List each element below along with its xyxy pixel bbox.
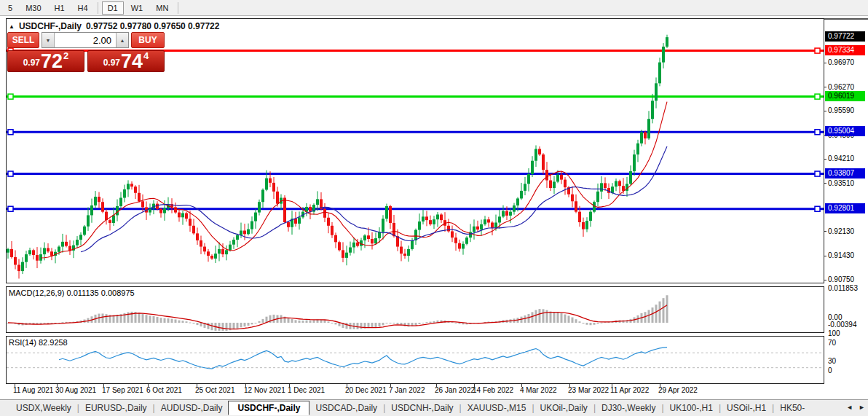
buy-price-big: 74 xyxy=(121,52,143,70)
date-axis-label: 12 Nov 2021 xyxy=(244,386,285,394)
rsi-label: RSI(14) 82.9258 xyxy=(9,338,68,347)
sell-price-prefix: 0.97 xyxy=(23,58,40,68)
price-axis-label: 0.91430 xyxy=(828,251,854,259)
price-axis-label: 0.90750 xyxy=(828,275,854,283)
date-axis-label: 1 Dec 2021 xyxy=(288,386,325,394)
price-axis-box: 0.96019 xyxy=(825,91,865,101)
chart-window: ▲ USDCHF-,Daily 0.97752 0.97780 0.97650 … xyxy=(0,16,868,399)
volume-increase-icon[interactable]: ▲ xyxy=(116,33,128,47)
price-axis-tick xyxy=(824,183,826,184)
volume-input[interactable] xyxy=(55,33,116,47)
date-axis-label: 14 Feb 2022 xyxy=(473,386,513,394)
rsi-plot[interactable] xyxy=(7,337,824,383)
date-axis-label: 7 Jan 2022 xyxy=(389,386,425,394)
date-axis-label: 6 Oct 2021 xyxy=(146,386,182,394)
macd-axis-min: -0.00394 xyxy=(828,321,856,329)
chart-tabbar: ◄ ► USDX,Weekly|EURUSD-,Daily|AUDUSD-,Da… xyxy=(0,399,868,416)
buy-price-pip: 4 xyxy=(143,50,149,61)
rsi-axis-label: 30 xyxy=(828,357,836,365)
volume-stepper: ▼ ▲ xyxy=(42,32,129,48)
chart-tab-usdchfdaily[interactable]: USDCHF-,Daily xyxy=(228,401,309,415)
chart-tab-dj30weekly[interactable]: DJ30-,Weekly xyxy=(596,401,661,415)
sell-price-pip: 2 xyxy=(63,50,68,61)
price-axis-box: 0.97722 xyxy=(825,31,865,42)
price-axis-tick xyxy=(824,63,826,63)
price-axis-tick xyxy=(824,159,826,160)
date-axis-label: 20 Dec 2021 xyxy=(345,386,387,394)
one-click-trade-panel: SELL ▼ ▲ BUY 0.97 72 2 0.97 74 4 xyxy=(7,32,165,72)
timeframe-button-m30[interactable]: M30 xyxy=(20,1,47,15)
date-axis-label: 11 Aug 2021 xyxy=(13,386,53,394)
price-axis-tick xyxy=(824,256,826,256)
price-axis-box: 0.93807 xyxy=(825,168,865,178)
price-axis-box: 0.97334 xyxy=(825,45,865,55)
macd-axis-max: 0.011853 xyxy=(828,284,858,292)
price-axis-label: 0.96270 xyxy=(828,83,854,91)
timeframe-button-5[interactable]: 5 xyxy=(2,1,18,15)
macd-label: MACD(12,26,9) 0.011135 0.008975 xyxy=(9,289,135,297)
trading-app: 5M30H1H4D1W1MN ▲ USDCHF-,Daily 0.97752 0… xyxy=(0,0,868,416)
chart-tab-usdcnhdaily[interactable]: USDCNH-,Daily xyxy=(385,401,459,415)
chart-tab-hk50[interactable]: HK50- xyxy=(774,401,810,415)
date-axis-label: 11 Apr 2022 xyxy=(610,386,649,394)
price-axis-tick xyxy=(824,111,826,111)
buy-price-prefix: 0.97 xyxy=(103,58,120,68)
date-axis-label: 26 Jan 2022 xyxy=(435,386,475,394)
chart-tab-uk100h1[interactable]: UK100-,H1 xyxy=(664,401,719,415)
collapse-panel-icon[interactable]: ▲ xyxy=(9,23,15,30)
tab-scroll-right-icon[interactable]: ► xyxy=(859,404,865,411)
timeframe-button-mn[interactable]: MN xyxy=(150,1,174,15)
price-axis-tick xyxy=(824,87,826,87)
date-axis-label: 23 Mar 2022 xyxy=(568,386,609,394)
rsi-panel[interactable] xyxy=(6,336,824,384)
timeframe-button-d1[interactable]: D1 xyxy=(102,1,124,15)
chart-tab-usdcaddaily[interactable]: USDCAD-,Daily xyxy=(309,401,383,415)
sell-price-big: 72 xyxy=(41,52,63,70)
chart-tab-audusddaily[interactable]: AUDUSD-,Daily xyxy=(155,401,229,415)
chart-tab-ukoildaily[interactable]: UKOil-,Daily xyxy=(534,401,593,415)
timeframe-button-w1[interactable]: W1 xyxy=(125,1,149,15)
symbol-title: USDCHF-,Daily xyxy=(19,21,82,31)
price-axis-label: 0.96970 xyxy=(828,58,854,66)
chart-tab-xauusdm15[interactable]: XAUUSD-,M15 xyxy=(462,401,532,415)
ohlc-values: 0.97752 0.97780 0.97650 0.97722 xyxy=(86,21,220,31)
timeframe-toolbar: 5M30H1H4D1W1MN xyxy=(0,0,868,16)
rsi-axis-label: 0 xyxy=(828,366,832,374)
price-axis-label: 0.94210 xyxy=(828,154,854,162)
rsi-axis-label: 70 xyxy=(828,339,836,347)
toolbar-separator xyxy=(178,2,178,14)
date-axis-label: 29 Apr 2022 xyxy=(658,386,698,394)
tab-scroll-buttons: ◄ ► xyxy=(846,404,865,411)
tab-scroll-left-icon[interactable]: ◄ xyxy=(846,404,853,411)
date-axis-label: 4 Mar 2022 xyxy=(520,386,557,394)
date-axis-label: 25 Oct 2021 xyxy=(195,386,234,394)
toolbar-separator xyxy=(98,2,98,14)
price-axis-tick xyxy=(824,231,826,232)
sell-price-box[interactable]: 0.97 72 2 xyxy=(7,50,84,72)
chart-tab-usdxweekly[interactable]: USDX,Weekly xyxy=(10,401,77,415)
price-axis-box: 0.92801 xyxy=(825,203,865,213)
price-axis-tick xyxy=(824,280,826,280)
price-axis-label: 0.93510 xyxy=(828,179,854,187)
date-axis-label: 30 Aug 2021 xyxy=(55,386,96,394)
price-axis-label: 0.92130 xyxy=(828,227,854,235)
chart-header: ▲ USDCHF-,Daily 0.97752 0.97780 0.97650 … xyxy=(9,21,219,31)
price-axis-box: 0.95004 xyxy=(825,126,865,136)
date-axis-label: 17 Sep 2021 xyxy=(102,386,143,394)
sell-button[interactable]: SELL xyxy=(7,32,39,48)
chart-tab-eurusddaily[interactable]: EURUSD-,Daily xyxy=(79,401,153,415)
buy-button[interactable]: BUY xyxy=(131,32,165,48)
rsi-axis-label: 100 xyxy=(828,329,840,337)
price-axis-label: 0.95590 xyxy=(828,106,854,114)
buy-price-box[interactable]: 0.97 74 4 xyxy=(87,50,165,72)
volume-decrease-icon[interactable]: ▼ xyxy=(42,33,55,47)
chart-tab-usoilh1[interactable]: USOil-,H1 xyxy=(721,401,772,415)
timeframe-button-h4[interactable]: H4 xyxy=(72,1,94,15)
timeframe-button-h1[interactable]: H1 xyxy=(49,1,71,15)
